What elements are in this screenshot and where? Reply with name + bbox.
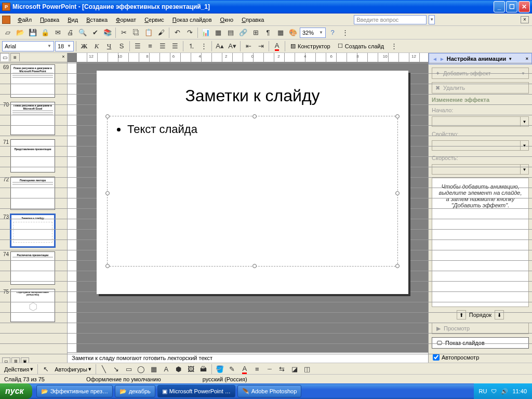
italic-button[interactable]: К (91, 41, 102, 52)
menu-file[interactable]: Файл (14, 16, 36, 24)
oval-icon[interactable]: ◯ (136, 364, 147, 375)
doc-icon[interactable] (2, 16, 10, 24)
font-color-icon[interactable]: A (271, 41, 283, 52)
align-center-icon[interactable]: ≡ (144, 41, 156, 52)
print-preview-icon[interactable]: 🔍 (77, 27, 88, 38)
slide-title-text[interactable]: Заметки к слайду (107, 86, 398, 105)
copy-icon[interactable]: ⿻ (130, 27, 142, 38)
current-slide[interactable]: Заметки к слайду Текст слайда (97, 71, 408, 294)
increase-indent-icon[interactable]: ⇥ (255, 41, 267, 52)
clipart-icon[interactable]: 🖼 (185, 364, 197, 375)
menu-slideshow[interactable]: Показ слайдов (168, 16, 216, 24)
chart-icon[interactable]: 📊 (200, 27, 211, 38)
taskbar-item[interactable]: 🪶 Adobe Photoshop (237, 385, 301, 397)
tables-borders-icon[interactable]: ▤ (225, 27, 236, 38)
table-icon[interactable]: ▦ (212, 27, 224, 38)
diagram-icon[interactable]: ⬢ (173, 364, 184, 375)
font-color-draw-icon[interactable]: A (239, 364, 250, 375)
language-indicator[interactable]: RU (479, 388, 487, 394)
bullets-icon[interactable]: ⋮ (198, 41, 209, 52)
font-name-select[interactable]: Arial▼ (2, 41, 54, 51)
vertical-ruler[interactable] (68, 62, 77, 352)
shadow-button[interactable]: S (116, 41, 127, 52)
new-slide-button[interactable]: ☐ Создать слайд (335, 41, 387, 52)
design-button[interactable]: ▨ Конструктор (287, 41, 334, 52)
textbox-icon[interactable]: ▦ (148, 364, 159, 375)
underline-button[interactable]: Ч (103, 41, 115, 52)
font-size-select[interactable]: 18▼ (55, 41, 74, 51)
show-formatting-icon[interactable]: ¶ (262, 27, 274, 38)
menu-view[interactable]: Вид (63, 16, 82, 24)
print-icon[interactable]: 🖨 (64, 27, 76, 38)
line-color-icon[interactable]: ✎ (227, 364, 238, 375)
taskbar-item-active[interactable]: ▣ Microsoft PowerPoint … (157, 385, 235, 397)
menu-insert[interactable]: Вставка (82, 16, 112, 24)
decrease-font-icon[interactable]: A▾ (227, 41, 238, 52)
email-icon[interactable]: ✉ (52, 27, 63, 38)
cut-icon[interactable]: ✂ (118, 27, 129, 38)
paste-icon[interactable]: 📋 (143, 27, 154, 38)
open-icon[interactable]: 📂 (15, 27, 26, 38)
research-icon[interactable]: 📚 (102, 27, 113, 38)
redo-icon[interactable]: ↷ (184, 27, 195, 38)
expand-icon[interactable]: ⊞ (250, 27, 261, 38)
slide-editor: 12108642024681012 Заметки к слайду (68, 53, 428, 366)
permission-icon[interactable]: 🔒 (39, 27, 51, 38)
menu-help[interactable]: Справка (237, 16, 268, 24)
line-icon[interactable]: ╲ (98, 364, 110, 375)
help-icon[interactable]: ? (327, 27, 338, 38)
undo-icon[interactable]: ↶ (171, 27, 183, 38)
system-tray[interactable]: RU 🛡 🔊 11:40 (474, 383, 532, 399)
ask-a-question-input[interactable]: Введите вопрос (354, 15, 427, 24)
clock[interactable]: 11:40 (512, 388, 527, 394)
menu-window[interactable]: Окно (216, 16, 238, 24)
grid-icon[interactable]: ▦ (275, 27, 286, 38)
numbering-icon[interactable]: ⒈ (185, 41, 197, 52)
select-arrow-icon[interactable]: ↖ (40, 364, 51, 375)
format-painter-icon[interactable]: 🖌 (155, 27, 167, 38)
hyperlink-icon[interactable]: 🔗 (237, 27, 249, 38)
menu-format[interactable]: Формат (112, 16, 140, 24)
save-icon[interactable]: 💾 (27, 27, 38, 38)
ask-dropdown[interactable]: ▼ (429, 15, 435, 24)
dash-style-icon[interactable]: ┄ (264, 364, 275, 375)
menu-tools[interactable]: Сервис (140, 16, 168, 24)
actions-menu[interactable]: Действия ▾ (2, 366, 35, 373)
increase-font-icon[interactable]: A▴ (214, 41, 225, 52)
window-close-button[interactable]: ✕ (518, 1, 530, 12)
toolbar-options-2-icon[interactable]: ⋮ (388, 41, 400, 52)
spellcheck-icon[interactable]: ✔ (89, 27, 101, 38)
design-name: Оформление по умолчанию (86, 376, 161, 382)
bullet-text[interactable]: Текст слайда (127, 123, 389, 136)
distribute-icon[interactable]: ☰ (169, 41, 181, 52)
doc-close-button[interactable]: × (521, 16, 529, 23)
window-minimize-button[interactable]: _ (494, 1, 505, 12)
rectangle-icon[interactable]: ▭ (123, 364, 135, 375)
arrow-style-icon[interactable]: ⇆ (276, 364, 288, 375)
align-right-icon[interactable]: ☰ (157, 41, 168, 52)
decrease-indent-icon[interactable]: ⇤ (243, 41, 254, 52)
zoom-select[interactable]: 32%▼ (300, 28, 326, 38)
picture-icon[interactable]: 🏔 (198, 364, 209, 375)
fill-color-icon[interactable]: 🪣 (214, 364, 225, 375)
arrow-icon[interactable]: ↘ (111, 364, 122, 375)
menu-edit[interactable]: Правка (36, 16, 63, 24)
bold-button[interactable]: Ж (78, 41, 90, 52)
slide-body-placeholder[interactable]: Текст слайда (107, 116, 398, 267)
new-icon[interactable]: ▱ (2, 27, 14, 38)
autoshapes-menu[interactable]: Автофигуры ▾ (52, 366, 94, 373)
align-left-icon[interactable]: ☰ (132, 41, 143, 52)
taskbar-item[interactable]: 📂 декабрь (115, 385, 155, 397)
taskbar-item[interactable]: 📂 Эффективные през… (36, 385, 113, 397)
wordart-icon[interactable]: A (161, 364, 172, 375)
3d-style-icon[interactable]: ◫ (301, 364, 313, 375)
start-button[interactable]: пуск (0, 383, 32, 399)
color-icon[interactable]: 🎨 (287, 27, 299, 38)
window-maximize-button[interactable]: ☐ (506, 1, 517, 12)
toolbar-options-icon[interactable]: ⋮ (339, 27, 351, 38)
menu-bar: Файл Правка Вид Вставка Формат Сервис По… (0, 14, 532, 26)
tray-icon[interactable]: 🛡 (491, 388, 497, 394)
tray-icon[interactable]: 🔊 (501, 388, 508, 395)
line-style-icon[interactable]: ≡ (251, 364, 263, 375)
shadow-style-icon[interactable]: ◪ (289, 364, 300, 375)
